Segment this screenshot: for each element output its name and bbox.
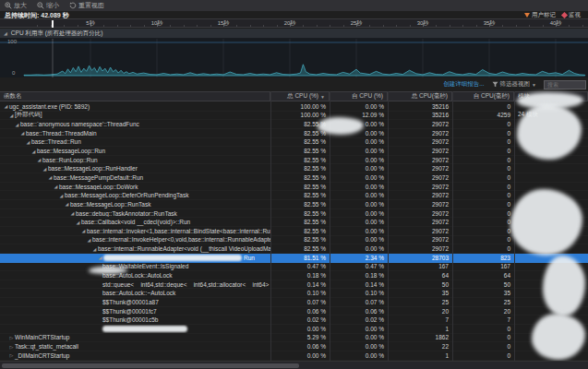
collapse-node-icon[interactable]: ◢ xyxy=(64,201,70,207)
table-row[interactable]: ▷Task::qt_static_metacall0.06 %0.00 %220 xyxy=(0,342,588,351)
collapse-node-icon[interactable]: ◢ xyxy=(36,157,42,162)
ruler-tick xyxy=(277,25,278,27)
collapse-graph-icon[interactable]: ◢ xyxy=(4,30,7,36)
total-cpu-ms-cell: 29072 xyxy=(388,218,452,226)
time-ruler[interactable]: 5秒10秒15秒20秒25秒30秒35秒40秒 xyxy=(0,18,588,28)
expand-node-icon[interactable]: ▷ xyxy=(8,352,15,358)
table-row[interactable]: ◢base::internal::InvokeHelper<0,void,bas… xyxy=(0,236,588,245)
collapse-node-icon[interactable]: ◢ xyxy=(8,113,15,118)
column-header[interactable]: 总 CPU (%)▼ xyxy=(270,92,330,101)
table-row[interactable]: ◢base::MessageLoop::RunHandler82.55 %0.0… xyxy=(0,164,588,173)
collapse-node-icon[interactable]: ◢ xyxy=(58,193,65,198)
table-row[interactable]: base::AutoLock::AutoLock0.18 %0.18 %6464 xyxy=(0,271,588,280)
search-input[interactable] xyxy=(544,80,586,89)
collapse-node-icon[interactable]: ◢ xyxy=(97,255,103,260)
table-row[interactable]: ◢[外部代码]100.00 %12.09 %35216425924 模块 xyxy=(0,112,588,121)
scrollbar-thumb[interactable] xyxy=(2,363,299,368)
self-cpu-ms-cell: 64 xyxy=(452,271,514,280)
collapse-node-icon[interactable]: ◢ xyxy=(53,184,59,189)
collapse-node-icon[interactable]: ◢ xyxy=(91,246,98,252)
table-row[interactable]: ◢base::MessagePumpDefault::Run82.55 %0.0… xyxy=(0,173,588,183)
table-row[interactable]: ◢base::internal::RunnableAdapter<void (_… xyxy=(0,244,588,254)
module-cell xyxy=(514,236,588,244)
table-row[interactable]: ◢base::MessageLoop::DeferOrRunPendingTas… xyxy=(0,191,588,200)
zoom-out-button[interactable]: 缩小 xyxy=(37,1,59,10)
total-cpu-pct-cell: 82.55 % xyxy=(270,173,330,182)
table-row[interactable]: base::AutoLock::~AutoLock0.10 %0.10 %353… xyxy=(0,289,588,298)
table-row[interactable]: ◢base::debug::TaskAnnotator::RunTask82.5… xyxy=(0,209,588,219)
table-row[interactable]: ◢base::MessageLoop::DoWork82.55 %0.00 %2… xyxy=(0,183,588,192)
create-report-link[interactable]: 创建详细报告... xyxy=(443,80,484,89)
collapse-node-icon[interactable]: ◢ xyxy=(42,166,48,172)
table-row[interactable]: ◢base::MessageLoop::RunTask82.55 %0.00 %… xyxy=(0,200,588,209)
table-row[interactable]: $$Thunk@00001a870.07 %0.07 %2525 xyxy=(0,298,588,307)
ruler-tick xyxy=(184,25,185,27)
self-cpu-ms-cell: 0 xyxy=(452,218,514,226)
table-row[interactable]: ◢ugc_assistant.exe (PID: 5892)100.00 %0.… xyxy=(0,102,588,112)
table-row[interactable]: ▷WinMainCRTStartup5.29 %0.00 %18620 xyxy=(0,334,588,343)
table-row[interactable]: ◢base::Callback<void __cdecl(void)>::Run… xyxy=(0,218,588,227)
ruler-tick xyxy=(117,25,118,27)
table-row[interactable]: ◢base::Thread::ThreadMain82.55 %0.00 %29… xyxy=(0,129,588,138)
cpu-graph-header[interactable]: ◢ CPU 利用率 (所有处理器的百分比) xyxy=(0,29,588,39)
column-header-label: 模块 xyxy=(518,92,530,101)
column-header[interactable]: 自 CPU (%) xyxy=(330,92,388,101)
collapse-node-icon[interactable]: ◢ xyxy=(80,228,87,233)
collapse-node-icon[interactable]: ◢ xyxy=(25,139,31,145)
table-row[interactable]: ▷_DllMainCRTStartup0.00 %0.00 %10 xyxy=(0,351,588,361)
collapse-node-icon[interactable]: ◢ xyxy=(75,220,81,225)
self-cpu-pct-cell: 0.18 % xyxy=(330,271,388,280)
horizontal-scrollbar[interactable] xyxy=(0,361,588,369)
total-cpu-pct-cell: 82.55 % xyxy=(270,200,330,208)
table-row[interactable]: ◢base::Thread::Run82.55 %0.00 %290720 xyxy=(0,138,588,148)
column-header[interactable]: 自 CPU(毫秒) xyxy=(452,92,514,101)
expand-node-icon[interactable]: ▷ xyxy=(8,335,15,340)
table-row[interactable]: ◢base::RunLoop::Run82.55 %0.00 %290720 xyxy=(0,156,588,165)
ruler-tick xyxy=(436,25,437,27)
total-cpu-ms-cell: 29072 xyxy=(388,120,452,128)
self-cpu-ms-cell: 0 xyxy=(452,138,514,147)
collapse-node-icon[interactable]: ◢ xyxy=(47,174,54,180)
self-cpu-pct-cell: 2.34 % xyxy=(330,254,388,262)
collapse-node-icon[interactable]: ◢ xyxy=(14,122,20,127)
timeline-caret[interactable] xyxy=(52,20,54,28)
column-header[interactable]: 模块 xyxy=(514,92,588,101)
module-cell xyxy=(514,164,588,173)
total-cpu-pct-cell: 100.00 % xyxy=(270,112,330,120)
table-row[interactable]: ◢base::internal::Invoker<1,base::interna… xyxy=(0,227,588,236)
function-name-cell: ◢Run xyxy=(0,254,270,262)
column-header[interactable]: 函数名 xyxy=(0,92,270,101)
cpu-area-series xyxy=(0,39,588,77)
table-row[interactable]: ◢base::MessageLoop::Run82.55 %0.00 %2907… xyxy=(0,147,588,156)
self-cpu-pct-cell: 0.00 % xyxy=(330,191,388,199)
zoom-in-button[interactable]: 放大 xyxy=(5,1,27,10)
table-row[interactable]: $$Thunk@00001fc70.06 %0.06 %2020 xyxy=(0,307,588,316)
zoom-in-icon xyxy=(5,2,12,9)
table-row[interactable]: base::WaitableEvent::IsSignaled0.47 %0.4… xyxy=(0,263,588,272)
function-name: base::`anonymous namespace'::ThreadFunc xyxy=(20,121,139,127)
total-cpu-pct-cell: 82.55 % xyxy=(270,164,330,173)
table-row[interactable]: 0.00 %0.00 %10 xyxy=(0,325,588,334)
table-row[interactable]: $$Thunk@00001c5b0.02 %0.02 %77 xyxy=(0,315,588,325)
table-row[interactable]: ◢base::`anonymous namespace'::ThreadFunc… xyxy=(0,120,588,129)
column-header[interactable]: 总 CPU(毫秒) xyxy=(388,92,452,101)
function-name: base::internal::Invoker<1,base::internal… xyxy=(87,228,270,234)
filter-view-dropdown[interactable]: 筛选器视图 ▼ xyxy=(492,80,536,89)
function-name-cell: ◢base::internal::Invoker<1,base::interna… xyxy=(0,227,270,235)
table-row[interactable]: ◢Run81.51 %2.34 %28703823 xyxy=(0,254,588,263)
collapse-node-icon[interactable]: ◢ xyxy=(3,103,9,109)
table-row[interactable]: std::queue<__int64,std::deque<__int64,st… xyxy=(0,280,588,290)
reset-view-button[interactable]: 重置视图 xyxy=(69,1,104,10)
collapse-node-icon[interactable]: ◢ xyxy=(19,130,26,136)
collapse-node-icon[interactable]: ◢ xyxy=(86,237,92,243)
module-cell xyxy=(514,263,588,271)
function-name: Task::qt_static_metacall xyxy=(15,343,78,350)
collapse-node-icon[interactable]: ◢ xyxy=(69,210,76,216)
cpu-utilization-chart[interactable] xyxy=(0,39,588,77)
self-cpu-pct-cell: 0.00 % xyxy=(330,325,388,333)
expand-node-icon[interactable]: ▷ xyxy=(8,344,15,350)
total-cpu-ms-cell: 22 xyxy=(388,342,452,351)
collapse-node-icon[interactable]: ◢ xyxy=(30,149,37,154)
total-cpu-ms-cell: 1 xyxy=(388,325,452,333)
self-cpu-ms-cell: 0 xyxy=(452,164,514,173)
